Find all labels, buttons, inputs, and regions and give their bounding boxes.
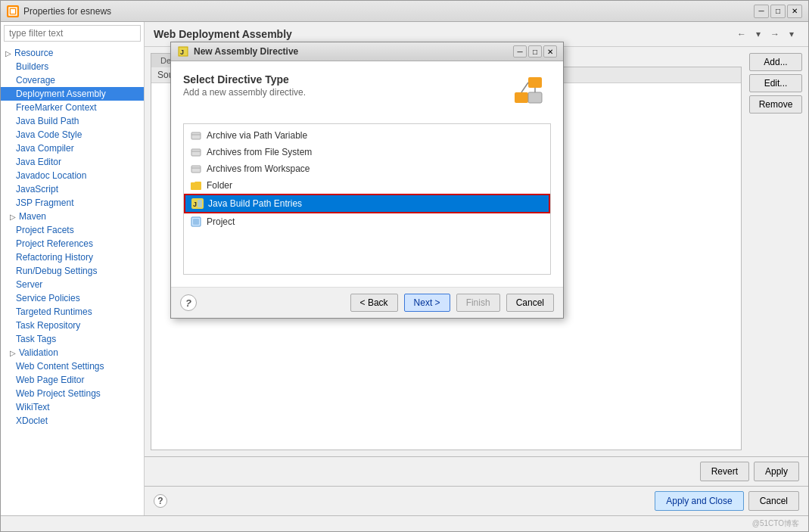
directive-item-archive-path[interactable]: Archive via Path Variable — [184, 127, 550, 144]
sidebar-item-project-references[interactable]: Project References — [1, 237, 144, 250]
sidebar-item-web-content[interactable]: Web Content Settings — [1, 359, 144, 373]
directive-item-archive-filesystem[interactable]: Archives from File System — [184, 144, 550, 160]
sidebar-item-jsp-fragment[interactable]: JSP Fragment — [1, 196, 144, 210]
modal-titlebar: J New Assembly Directive ─ □ ✕ — [171, 42, 563, 61]
svg-rect-13 — [191, 166, 201, 173]
modal-maximize-button[interactable]: □ — [528, 45, 542, 58]
finish-button[interactable]: Finish — [456, 294, 500, 312]
svg-line-7 — [521, 82, 528, 92]
sidebar-item-wikitext[interactable]: WikiText — [1, 400, 144, 414]
sidebar-item-refactoring[interactable]: Refactoring History — [1, 250, 144, 264]
svg-rect-1 — [11, 9, 15, 14]
modal-icon: J — [177, 45, 189, 58]
folder-icon — [190, 179, 202, 191]
maximize-button[interactable]: □ — [770, 5, 786, 18]
cancel-modal-button[interactable]: Cancel — [506, 294, 554, 312]
sidebar-item-freemaker[interactable]: FreeMarker Context — [1, 101, 144, 114]
archive-filesystem-icon — [190, 146, 202, 158]
directive-label: Archive via Path Variable — [207, 130, 307, 141]
modal-header-text: Select Directive Type Add a new assembly… — [183, 73, 496, 98]
dropdown-nav-button[interactable]: ▾ — [751, 26, 766, 42]
help-button[interactable]: ? — [154, 494, 167, 508]
remove-button[interactable]: Remove — [749, 95, 802, 114]
directive-label: Folder — [207, 180, 232, 191]
arrow-icon: ▷ — [5, 49, 11, 58]
sidebar-item-task-repository[interactable]: Task Repository — [1, 319, 144, 332]
modal-header-section: Select Directive Type Add a new assembly… — [183, 73, 551, 111]
sidebar-item-task-tags[interactable]: Task Tags — [1, 332, 144, 346]
cancel-button[interactable]: Cancel — [748, 491, 799, 511]
sidebar-item-maven[interactable]: ▷Maven — [1, 210, 144, 223]
modal-main-title: Select Directive Type — [183, 73, 496, 86]
forward-nav-button[interactable]: → — [767, 26, 783, 42]
svg-rect-4 — [528, 77, 542, 88]
dropdown-nav-button2[interactable]: ▾ — [784, 26, 799, 42]
svg-text:J: J — [180, 48, 184, 56]
revert-button[interactable]: Revert — [700, 462, 749, 481]
apply-and-close-button[interactable]: Apply and Close — [655, 491, 743, 511]
svg-rect-11 — [191, 149, 201, 156]
modal-close-button[interactable]: ✕ — [543, 45, 557, 58]
directive-label: Archives from Workspace — [207, 163, 310, 174]
back-nav-button[interactable]: ← — [734, 26, 749, 42]
sidebar-item-deployment-assembly[interactable]: Deployment Assembly — [1, 87, 144, 101]
sidebar-item-java-code-style[interactable]: Java Code Style — [1, 128, 144, 142]
close-button[interactable]: ✕ — [787, 5, 802, 18]
sidebar-item-java-build-path[interactable]: Java Build Path — [1, 114, 144, 128]
next-button[interactable]: Next > — [404, 294, 450, 312]
arrow-icon: ▷ — [10, 349, 16, 357]
sidebar-item-validation[interactable]: ▷Validation — [1, 346, 144, 359]
sidebar-item-service-policies[interactable]: Service Policies — [1, 291, 144, 305]
back-button[interactable]: < Back — [350, 294, 398, 312]
sidebar-item-server[interactable]: Server — [1, 278, 144, 291]
sidebar-item-web-page-editor[interactable]: Web Page Editor — [1, 373, 144, 387]
archive-workspace-icon — [190, 163, 202, 175]
sidebar-item-web-project[interactable]: Web Project Settings — [1, 387, 144, 400]
archive-path-icon — [190, 129, 202, 142]
modal-help-button[interactable]: ? — [180, 294, 197, 311]
sidebar-item-builders[interactable]: Builders — [1, 60, 144, 73]
directive-item-folder[interactable]: Folder — [184, 177, 550, 194]
sidebar-item-javascript[interactable]: JavaScript — [1, 182, 144, 196]
arrow-icon: ▷ — [10, 213, 16, 221]
svg-rect-5 — [515, 92, 528, 103]
svg-rect-9 — [191, 132, 201, 139]
directive-label: Project — [207, 216, 235, 227]
sidebar: ▷Resource Builders Coverage Deployment A… — [1, 22, 145, 515]
directive-label: Java Build Path Entries — [208, 198, 302, 209]
sidebar-item-targeted-runtimes[interactable]: Targeted Runtimes — [1, 305, 144, 319]
assembly-graphic-icon — [509, 73, 547, 111]
status-bar: @51CTO博客 — [1, 515, 808, 531]
directive-item-project[interactable]: Project — [184, 213, 550, 230]
minimize-button[interactable]: ─ — [754, 5, 769, 18]
modal-title: New Assembly Directive — [194, 46, 509, 57]
sidebar-item-java-compiler[interactable]: Java Compiler — [1, 142, 144, 155]
svg-rect-19 — [193, 219, 199, 225]
apply-button[interactable]: Apply — [754, 462, 799, 481]
main-bottom-bar: ? Apply and Close Cancel — [145, 486, 808, 515]
panel-bottom-bar: Revert Apply — [145, 456, 808, 486]
app-icon — [7, 5, 19, 17]
sidebar-item-coverage[interactable]: Coverage — [1, 73, 144, 87]
nav-arrows: ← ▾ → ▾ — [734, 26, 799, 42]
filter-input[interactable] — [4, 25, 141, 42]
sidebar-item-javadoc[interactable]: Javadoc Location — [1, 169, 144, 182]
modal-minimize-button[interactable]: ─ — [513, 45, 527, 58]
modal-icon-area — [506, 73, 551, 111]
sidebar-item-project-facets[interactable]: Project Facets — [1, 223, 144, 237]
svg-rect-6 — [528, 92, 542, 103]
sidebar-item-run-debug[interactable]: Run/Debug Settings — [1, 264, 144, 278]
directive-item-archive-workspace[interactable]: Archives from Workspace — [184, 160, 550, 177]
svg-rect-17 — [198, 200, 202, 207]
panel-title: Web Deployment Assembly — [154, 28, 292, 40]
sidebar-item-java-editor[interactable]: Java Editor — [1, 155, 144, 169]
sidebar-item-resource[interactable]: ▷Resource — [1, 46, 144, 60]
directive-item-java-build-path[interactable]: J Java Build Path Entries — [184, 194, 550, 213]
modal-footer: ? < Back Next > Finish Cancel — [171, 287, 563, 318]
modal-sub-text: Add a new assembly directive. — [183, 87, 496, 98]
edit-button[interactable]: Edit... — [749, 74, 802, 92]
directive-list[interactable]: Archive via Path Variable Archives from … — [183, 123, 551, 275]
sidebar-item-xdoclet[interactable]: XDoclet — [1, 414, 144, 428]
java-build-path-icon: J — [191, 198, 204, 210]
modal-dialog: J New Assembly Directive ─ □ ✕ Select Di… — [170, 42, 564, 319]
